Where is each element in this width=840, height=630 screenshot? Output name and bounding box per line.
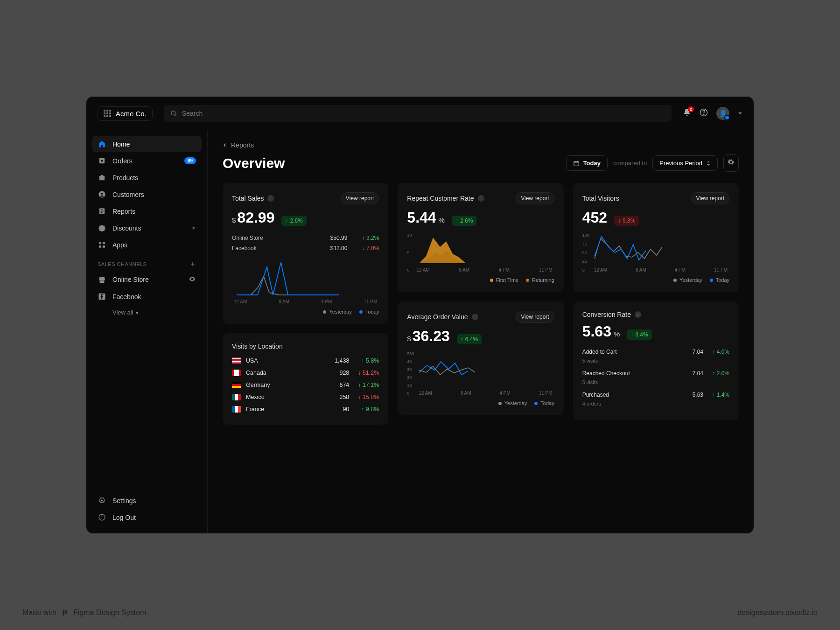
page-title: Overview [223, 155, 285, 171]
legend-item: Yesterday [498, 400, 527, 406]
info-icon[interactable]: i [472, 314, 478, 320]
svg-point-29 [65, 610, 67, 612]
location-row: Mexico258↓ 15.8% [232, 391, 379, 403]
view-report-button[interactable]: View report [516, 192, 554, 204]
card-visits-location: Visits by Location USA1,438↑ 5.8%Canada9… [223, 333, 388, 425]
svg-rect-6 [99, 176, 104, 180]
svg-point-9 [101, 193, 103, 195]
card-visitors: Total Visitors View report 452↓ 9.3% 100… [573, 183, 739, 292]
topbar: Acme Co. 2 👤 [86, 97, 754, 130]
sidebar-item-products[interactable]: Products [92, 169, 202, 186]
sidebar-item-reports[interactable]: Reports [92, 203, 202, 219]
visitors-value: 452 [582, 209, 607, 226]
reports-icon [98, 207, 106, 215]
location-row: Canada928↓ 51.2% [232, 367, 379, 379]
plus-icon[interactable] [189, 261, 196, 267]
search-input[interactable] [182, 110, 665, 117]
sidebar-item-log-out[interactable]: Log Out [92, 509, 202, 525]
power-icon [98, 513, 106, 521]
search-icon [170, 110, 177, 117]
help-button[interactable] [700, 108, 708, 119]
chevron-down-icon: ▼ [191, 225, 196, 231]
search-field[interactable] [164, 105, 672, 122]
location-row: Germany674↑ 17.1% [232, 379, 379, 391]
view-report-button[interactable]: View report [516, 311, 554, 323]
flag-icon [232, 357, 241, 364]
card-conversion: Conversion Ratei 5.63%↑ 3.4% Added to Ca… [573, 301, 739, 420]
brand[interactable]: Acme Co. [98, 106, 153, 121]
period-select[interactable]: Previous Period [652, 155, 718, 171]
flag-icon [232, 370, 241, 376]
notification-badge: 2 [688, 106, 694, 112]
legend-item: Today [534, 400, 554, 406]
svg-rect-17 [102, 245, 105, 248]
products-icon [98, 174, 106, 182]
brand-grid-icon [104, 110, 111, 117]
conversion-row: Added to Cart7.04↑ 4.0% [582, 347, 729, 357]
sidebar: HomeOrders89ProductsCustomersReportsDisc… [86, 130, 208, 533]
svg-point-21 [101, 499, 103, 501]
sidebar-item-online-store[interactable]: Online Store [92, 271, 202, 288]
sidebar-item-home[interactable]: Home [92, 136, 202, 152]
settings-panel-button[interactable] [723, 154, 739, 172]
apps-icon [98, 241, 106, 249]
view-report-button[interactable]: View report [691, 192, 729, 204]
chevron-down-icon[interactable] [738, 111, 742, 116]
svg-point-31 [65, 612, 67, 614]
aov-value: 36.23 [413, 328, 450, 345]
conversion-value: 5.63 [582, 323, 611, 340]
sidebar-item-customers[interactable]: Customers [92, 186, 202, 203]
footer-left: Made with Figma Design System [22, 609, 146, 617]
info-icon[interactable]: i [635, 311, 641, 318]
metric-row: Facebook$32.00↓ 7.0% [232, 243, 379, 253]
compared-to-label: compared to [613, 160, 647, 167]
eye-icon[interactable] [189, 275, 196, 284]
nav-badge: 89 [184, 157, 196, 164]
metric-row: Online Store$50.99↑ 3.2% [232, 233, 379, 243]
facebook-icon [98, 293, 106, 301]
location-row: France90↑ 9.8% [232, 403, 379, 415]
notifications-button[interactable]: 2 [683, 108, 691, 119]
topbar-actions: 2 👤 [683, 107, 742, 120]
location-row: USA1,438↑ 5.8% [232, 355, 379, 367]
svg-point-5 [101, 160, 103, 161]
home-icon [98, 140, 106, 148]
view-report-button[interactable]: View report [341, 192, 379, 204]
sidebar-item-orders[interactable]: Orders89 [92, 153, 202, 169]
avatar[interactable]: 👤 [716, 107, 729, 120]
main-content: Reports Overview Today compared to Previ… [208, 130, 754, 533]
figma-icon [61, 609, 69, 616]
legend-item: Yesterday [673, 277, 702, 283]
conversion-row: Purchased5.63↑ 1.4% [582, 390, 729, 400]
svg-point-30 [63, 612, 64, 614]
info-icon[interactable]: i [478, 195, 484, 202]
flag-icon [232, 382, 241, 388]
sort-icon [706, 161, 711, 166]
sidebar-item-facebook[interactable]: Facebook [92, 288, 202, 305]
sidebar-item-settings[interactable]: Settings [92, 492, 202, 509]
info-icon[interactable]: i [267, 195, 274, 202]
card-repeat-customer: Repeat Customer Ratei View report 5.44%↑… [398, 183, 563, 292]
legend-item: Today [710, 277, 729, 283]
flag-icon [232, 394, 241, 400]
total-sales-delta: ↑ 2.6% [281, 216, 306, 226]
svg-point-0 [171, 111, 175, 115]
breadcrumb[interactable]: Reports [223, 141, 739, 149]
view-all-channels[interactable]: View all ▼ [92, 305, 202, 320]
card-aov: Average Order Valuei View report $36.23↑… [398, 301, 563, 415]
orders-icon [98, 157, 106, 165]
gear-icon [98, 497, 106, 504]
total-sales-value: 82.99 [237, 209, 274, 226]
calendar-icon [573, 160, 580, 167]
date-picker[interactable]: Today [566, 155, 608, 171]
app-window: Acme Co. 2 👤 HomeOrders89ProductsCustome… [86, 97, 754, 533]
sidebar-item-discounts[interactable]: Discounts▼ [92, 220, 202, 236]
repeat-value: 5.44 [407, 209, 436, 226]
conversion-row: Reached Checkout7.04↑ 2.0% [582, 368, 729, 378]
gear-icon [728, 159, 735, 166]
legend-item: Returning [526, 277, 554, 283]
svg-rect-24 [574, 161, 579, 165]
svg-point-3 [703, 114, 704, 115]
sidebar-item-apps[interactable]: Apps [92, 237, 202, 253]
flag-icon [232, 406, 241, 413]
